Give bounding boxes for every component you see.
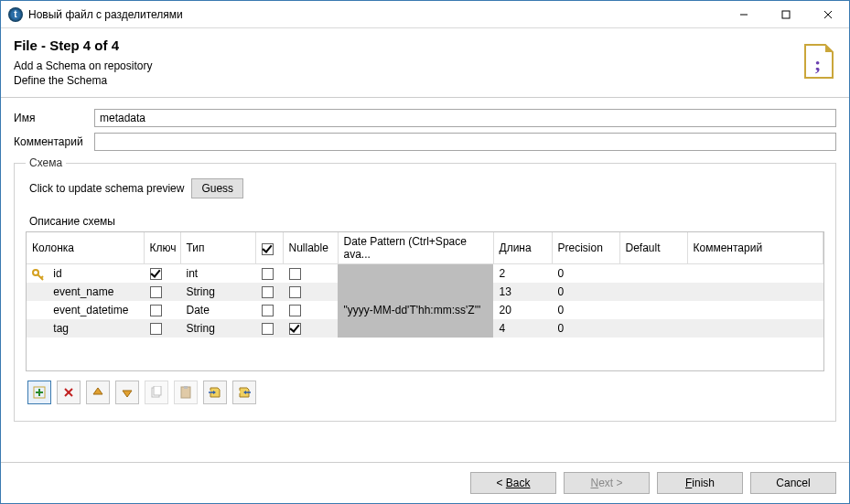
col-header-type[interactable]: Тип <box>180 232 255 264</box>
cell-length[interactable]: 13 <box>493 283 552 301</box>
import-button[interactable] <box>203 381 227 404</box>
col-header-pattern[interactable]: Date Pattern (Ctrl+Space ava... <box>338 232 493 264</box>
col-header-checkall[interactable] <box>255 232 283 264</box>
schema-group: Схема Click to update schema preview Gue… <box>14 156 836 422</box>
cell-default[interactable] <box>619 264 687 283</box>
move-up-button[interactable] <box>86 381 110 404</box>
comment-input[interactable] <box>94 133 836 151</box>
col-header-nullable[interactable]: Nullable <box>283 232 338 264</box>
cell-key[interactable] <box>144 264 180 283</box>
cell-extra-check[interactable] <box>255 301 283 319</box>
wizard-body: Имя Комментарий Схема Click to update sc… <box>1 98 849 462</box>
minimize-button[interactable] <box>723 1 765 28</box>
cell-key[interactable] <box>144 301 180 319</box>
col-header-comment[interactable]: Комментарий <box>687 232 823 264</box>
svg-rect-18 <box>154 386 161 395</box>
cell-comment[interactable] <box>687 301 823 319</box>
cell-extra-check[interactable] <box>255 264 283 283</box>
delimited-file-icon: ; <box>802 43 836 80</box>
wizard-footer: < Back Next > Finish Cancel <box>1 462 849 503</box>
col-header-name[interactable]: Колонка <box>27 232 144 264</box>
cell-nullable[interactable] <box>283 283 338 301</box>
guess-button[interactable]: Guess <box>191 178 243 198</box>
copy-button[interactable] <box>145 381 168 404</box>
guess-hint: Click to update schema preview <box>29 182 184 195</box>
schema-desc-label: Описание схемы <box>29 215 824 228</box>
cell-pattern[interactable] <box>338 319 493 338</box>
cell-length[interactable]: 4 <box>493 319 552 338</box>
cell-length[interactable]: 20 <box>493 301 552 319</box>
svg-rect-20 <box>184 386 188 389</box>
cell-default[interactable] <box>619 283 687 301</box>
maximize-button[interactable] <box>765 1 807 28</box>
comment-label: Комментарий <box>14 135 94 148</box>
schema-table[interactable]: Колонка Ключ Тип Nullable Date Pattern (… <box>26 231 824 371</box>
move-down-button[interactable] <box>115 381 139 404</box>
cell-name[interactable]: event_name <box>27 283 144 301</box>
svg-rect-1 <box>782 11 790 18</box>
cell-pattern[interactable]: "yyyy-MM-dd'T'hh:mm:ss'Z'" <box>338 301 493 319</box>
svg-line-9 <box>41 276 43 278</box>
name-input[interactable] <box>94 109 836 127</box>
back-button[interactable]: < Back <box>470 472 556 494</box>
wizard-subtitle-1: Add a Schema on repository <box>14 59 836 73</box>
app-icon: t <box>8 7 23 22</box>
cell-type[interactable]: String <box>180 283 255 301</box>
table-header-row: Колонка Ключ Тип Nullable Date Pattern (… <box>27 232 823 264</box>
wizard-subtitle-2: Define the Schema <box>14 73 836 88</box>
close-button[interactable] <box>807 1 849 28</box>
cell-comment[interactable] <box>687 319 823 338</box>
cell-precision[interactable]: 0 <box>552 319 619 338</box>
cell-pattern[interactable] <box>338 264 493 283</box>
col-header-precision[interactable]: Precision <box>552 232 619 264</box>
add-row-button[interactable] <box>27 381 51 404</box>
cell-name[interactable]: event_datetime <box>27 301 144 319</box>
svg-marker-16 <box>123 391 132 397</box>
next-button: Next > <box>564 472 650 494</box>
cell-type[interactable]: int <box>180 264 255 283</box>
cell-comment[interactable] <box>687 283 823 301</box>
svg-marker-15 <box>93 388 102 394</box>
delete-row-button[interactable] <box>57 381 81 404</box>
cell-extra-check[interactable] <box>255 283 283 301</box>
cell-precision[interactable]: 0 <box>552 283 619 301</box>
schema-legend: Схема <box>26 156 66 169</box>
cell-type[interactable]: String <box>180 319 255 338</box>
table-row[interactable]: idint20 <box>27 264 823 283</box>
titlebar: t Новый файл с разделителями <box>1 1 849 28</box>
cell-type[interactable]: Date <box>180 301 255 319</box>
wizard-title: File - Step 4 of 4 <box>14 38 836 53</box>
cell-comment[interactable] <box>687 264 823 283</box>
cell-pattern[interactable] <box>338 283 493 301</box>
window-title: Новый файл с разделителями <box>28 8 723 21</box>
cell-nullable[interactable] <box>283 319 338 338</box>
cell-nullable[interactable] <box>283 301 338 319</box>
table-row[interactable]: tagString40 <box>27 319 823 338</box>
cell-key[interactable] <box>144 319 180 338</box>
checkall-checkbox[interactable] <box>262 243 274 255</box>
paste-button[interactable] <box>174 381 198 404</box>
cell-length[interactable]: 2 <box>493 264 552 283</box>
cell-default[interactable] <box>619 301 687 319</box>
cell-name[interactable]: tag <box>27 319 144 338</box>
table-row[interactable]: event_nameString130 <box>27 283 823 301</box>
finish-button[interactable]: Finish <box>657 472 743 494</box>
cell-extra-check[interactable] <box>255 319 283 338</box>
svg-text:;: ; <box>814 52 821 75</box>
name-label: Имя <box>14 112 94 124</box>
wizard-header: File - Step 4 of 4 Add a Schema on repos… <box>1 28 849 98</box>
table-row[interactable]: event_datetimeDate"yyyy-MM-dd'T'hh:mm:ss… <box>27 301 823 319</box>
cell-name[interactable]: id <box>27 264 144 283</box>
cell-precision[interactable]: 0 <box>552 264 619 283</box>
col-header-length[interactable]: Длина <box>493 232 552 264</box>
cell-key[interactable] <box>144 283 180 301</box>
cancel-button[interactable]: Cancel <box>750 472 836 494</box>
cell-precision[interactable]: 0 <box>552 301 619 319</box>
col-header-key[interactable]: Ключ <box>144 232 180 264</box>
cell-default[interactable] <box>619 319 687 338</box>
export-button[interactable] <box>232 381 256 404</box>
col-header-default[interactable]: Default <box>619 232 687 264</box>
schema-toolbar <box>27 381 824 404</box>
cell-nullable[interactable] <box>283 264 338 283</box>
